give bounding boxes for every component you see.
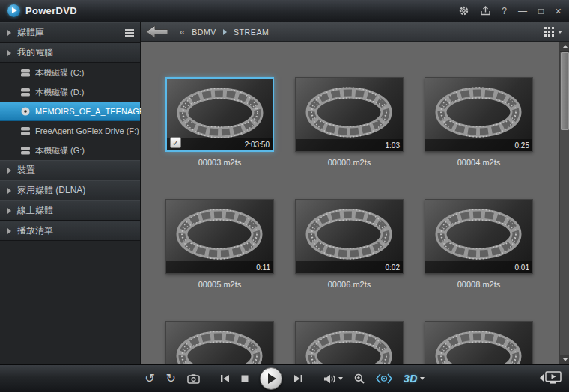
scroll-down-button[interactable] (560, 355, 569, 364)
expand-arrow-icon (7, 30, 11, 36)
rotate-right-button[interactable]: ↻ (166, 373, 176, 385)
video-thumbnail[interactable]: 0:25 (425, 77, 533, 152)
arrow-down-icon (563, 358, 568, 361)
scrollbar-thumb[interactable] (561, 52, 569, 130)
sidebar-drive-c[interactable]: 本機磁碟 (C:) (0, 63, 140, 82)
duration-bar: 0:01 (425, 261, 532, 273)
library-menu-button[interactable] (118, 23, 140, 43)
maximize-button[interactable]: □ (538, 7, 544, 16)
film-reel-icon (426, 322, 531, 364)
sidebar-drive-g[interactable]: 本機磁碟 (G:) (0, 141, 140, 160)
video-filename: 00003.m2ts (165, 158, 274, 167)
arrow-left-icon (540, 374, 544, 382)
sidebar-item-label: 我的電腦 (17, 46, 53, 59)
video-thumbnail[interactable] (295, 321, 404, 364)
grid-view-button[interactable] (544, 27, 562, 37)
video-item[interactable]: 0:11 00005.m2ts (165, 199, 274, 289)
drive-label: 本機磁碟 (D:) (35, 87, 84, 98)
close-button[interactable]: × (555, 5, 562, 16)
video-item[interactable]: 0:25 00004.m2ts (425, 77, 533, 167)
play-to-device-button[interactable] (540, 371, 562, 384)
zoom-button[interactable] (354, 373, 365, 384)
sidebar-item-online-media[interactable]: 線上媒體 (0, 200, 140, 221)
video-item[interactable]: 0:02 00006.m2ts (295, 199, 404, 289)
video-item-partial[interactable] (165, 321, 274, 364)
sidebar-item-my-computer[interactable]: 我的電腦 (0, 43, 140, 63)
arrow-up-icon (563, 45, 568, 48)
device-screen-icon (545, 371, 562, 384)
video-thumbnail[interactable]: 0:11 (165, 199, 274, 274)
sidebar-disc-memoirs[interactable]: MEMOIRS_OF_A_TEENAGE (0, 102, 140, 121)
expand-arrow-icon (7, 50, 11, 56)
breadcrumb-separator-icon (223, 29, 227, 35)
chevron-down-icon (420, 377, 425, 380)
duration-badge: 0:25 (515, 141, 529, 150)
chevron-down-icon (558, 31, 562, 34)
film-reel-icon (426, 200, 531, 269)
breadcrumb-collapsed-indicator[interactable]: « (180, 26, 185, 37)
video-thumbnail-selected[interactable]: 2:03:50 ✓ (165, 77, 274, 152)
video-filename: 00000.m2ts (295, 158, 404, 167)
drive-icon (21, 127, 30, 135)
sidebar-item-media-library[interactable]: 媒體庫 (0, 22, 140, 43)
volume-button[interactable] (323, 374, 343, 384)
sidebar-item-devices[interactable]: 裝置 (0, 160, 140, 180)
titlebar: PowerDVD ? — □ × (0, 0, 569, 22)
sidebar-item-label: 播放清單 (17, 224, 53, 237)
drive-label: FreeAgent GoFlex Drive (F:) (35, 126, 139, 135)
menu-lines-icon (125, 29, 134, 37)
settings-gear-icon[interactable] (458, 5, 469, 16)
next-icon (293, 374, 303, 383)
upgrade-icon[interactable] (481, 6, 490, 16)
stop-button[interactable] (241, 375, 249, 382)
play-button[interactable] (260, 367, 282, 390)
rotate-left-button[interactable]: ↺ (144, 373, 154, 385)
sidebar-item-label: 裝置 (17, 164, 35, 177)
film-reel-icon (296, 79, 401, 147)
scroll-up-button[interactable] (560, 42, 569, 52)
truetheater-button[interactable] (376, 373, 392, 384)
sidebar-drive-d[interactable]: 本機磁碟 (D:) (0, 82, 140, 102)
sidebar-item-playlists[interactable]: 播放清單 (0, 221, 140, 241)
vertical-scrollbar[interactable] (559, 42, 569, 364)
drive-label: 本機磁碟 (C:) (35, 67, 84, 79)
expand-arrow-icon (7, 228, 11, 234)
video-thumbnail[interactable]: 0:02 (295, 199, 404, 274)
checkbox-checked-icon[interactable]: ✓ (170, 137, 181, 148)
3d-toggle-button[interactable]: 3D (404, 373, 425, 385)
video-thumbnail[interactable]: 1:03 (295, 77, 404, 152)
previous-icon (220, 374, 230, 383)
powerdvd-window: PowerDVD ? — □ × 媒體 (0, 0, 569, 392)
duration-badge: 0:02 (386, 263, 400, 272)
next-button[interactable] (293, 374, 303, 383)
drive-label: 本機磁碟 (G:) (35, 145, 85, 156)
drive-icon (21, 147, 30, 155)
sidebar-item-label: 家用媒體 (DLNA) (17, 184, 85, 197)
video-item[interactable]: 2:03:50 ✓ 00003.m2ts (165, 77, 274, 167)
expand-arrow-icon (7, 168, 11, 174)
snapshot-button[interactable] (187, 374, 200, 384)
drive-icon (21, 88, 30, 97)
film-reel-icon (167, 200, 272, 269)
sidebar: 媒體庫 我的電腦 本機磁碟 (C:) 本機磁碟 (D:) MEMOIRS_OF_… (0, 22, 141, 364)
video-thumbnail[interactable] (425, 321, 533, 364)
video-thumbnail[interactable] (165, 321, 274, 364)
drive-label: MEMOIRS_OF_A_TEENAGE (35, 107, 144, 116)
breadcrumb-item-bdmv[interactable]: BDMV (192, 28, 216, 37)
sidebar-drive-f[interactable]: FreeAgent GoFlex Drive (F:) (0, 121, 140, 141)
minimize-button[interactable]: — (518, 7, 527, 16)
video-item-partial[interactable] (295, 321, 404, 364)
breadcrumb-item-stream[interactable]: STREAM (234, 28, 269, 37)
duration-bar: 2:03:50 (167, 138, 273, 150)
video-item[interactable]: 1:03 00000.m2ts (295, 77, 404, 167)
sidebar-item-home-media[interactable]: 家用媒體 (DLNA) (0, 180, 140, 200)
duration-badge: 2:03:50 (245, 141, 270, 149)
video-thumbnail[interactable]: 0:01 (425, 199, 533, 274)
duration-bar: 0:02 (296, 261, 403, 273)
back-button[interactable] (144, 25, 169, 39)
previous-button[interactable] (220, 374, 230, 383)
video-item-partial[interactable] (425, 321, 533, 364)
help-button[interactable]: ? (502, 7, 507, 16)
video-item[interactable]: 0:01 00008.m2ts (425, 199, 533, 289)
film-reel-icon (296, 200, 401, 269)
